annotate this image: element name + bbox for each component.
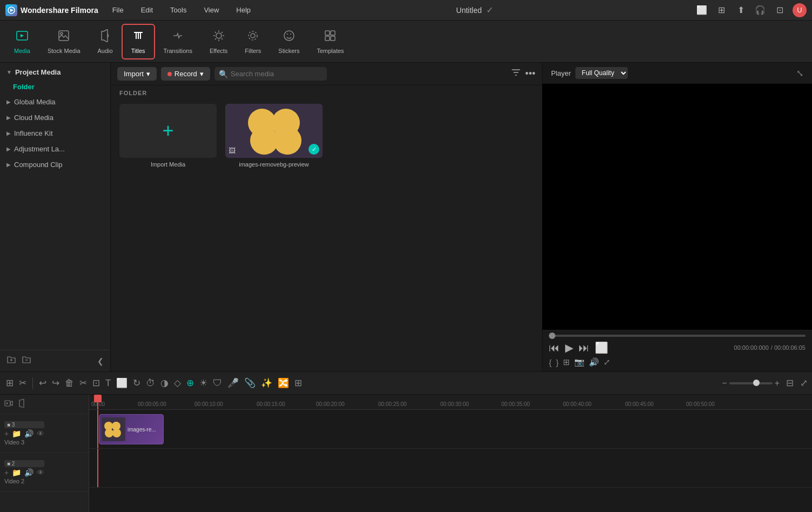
tl-mic-button[interactable]: 🎤 (226, 376, 240, 390)
tl-shield-button[interactable]: 🛡 (211, 376, 224, 390)
tl-zoom-handle[interactable] (753, 380, 760, 386)
quality-select[interactable]: Full Quality 1/2 Quality 1/4 Quality (575, 67, 628, 79)
tl-fit-button[interactable]: ⬜ (115, 376, 129, 390)
media-item-import[interactable]: + Import Media (119, 104, 217, 168)
tl-speed-button[interactable]: ⏱ (144, 376, 157, 390)
menu-file[interactable]: File (109, 5, 127, 15)
tl-rotate-button[interactable]: ↻ (131, 376, 142, 390)
tl-clip-button[interactable]: 📎 (243, 376, 257, 390)
menu-tools[interactable]: Tools (167, 5, 190, 15)
player-mark-out-icon[interactable]: } (556, 358, 559, 367)
player-play-button[interactable]: ▶ (565, 341, 573, 354)
add-folder-icon[interactable] (6, 355, 16, 367)
player-screenshot-icon[interactable]: 📷 (574, 357, 585, 367)
more-options-icon[interactable]: ••• (525, 68, 535, 79)
search-input[interactable] (214, 67, 327, 81)
tl-undo-button[interactable]: ↩ (37, 376, 48, 390)
svg-point-7 (284, 31, 294, 41)
tl-cut-button[interactable]: ✂ (78, 376, 89, 390)
tree-item-compound-clip[interactable]: ▶ Compound Clip (0, 157, 110, 172)
tl-color-button[interactable]: ◑ (159, 376, 170, 390)
record-button[interactable]: Record ▾ (161, 67, 210, 81)
player-prev-frame-button[interactable]: ⏮ (549, 342, 560, 354)
tl-track-add-icon[interactable]: + (4, 429, 9, 438)
player-volume-icon[interactable]: 🔊 (589, 357, 599, 367)
tl-sun-button[interactable]: ☀ (198, 376, 209, 390)
remove-folder-icon[interactable] (22, 355, 31, 367)
import-button[interactable]: Import ▾ (117, 67, 157, 81)
tree-item-adjustment[interactable]: ▶ Adjustment La... (0, 141, 110, 157)
tl-track-folder-icon[interactable]: 📁 (12, 429, 21, 438)
cloud-upload-icon[interactable]: ⬆ (734, 4, 747, 17)
layout-icon[interactable]: ⊡ (773, 4, 786, 17)
toolbar-stock-media[interactable]: Stock Media (39, 25, 89, 58)
svg-rect-8 (325, 31, 330, 35)
toolbar-media[interactable]: Media (5, 25, 39, 58)
folder-active[interactable]: Folder (0, 79, 110, 94)
tl-add-track-row (0, 395, 89, 414)
player-seek-handle[interactable] (549, 333, 555, 339)
tl-select-tool[interactable]: ⊞ (4, 376, 15, 390)
toolbar-effects[interactable]: Effects (201, 25, 236, 58)
tl-add-audio-icon[interactable] (17, 399, 26, 409)
tl-delete-button[interactable]: 🗑 (63, 376, 76, 390)
menu-help[interactable]: Help (233, 5, 254, 15)
player-expand-icon[interactable]: ⤡ (796, 68, 803, 78)
monitor-icon[interactable]: ⬜ (695, 4, 708, 17)
collapse-panel-button[interactable]: ❮ (97, 357, 104, 365)
tl-track-header-video2: ■ 2 + 📁 🔊 👁 Video 2 (0, 453, 89, 492)
tl-pip-button[interactable]: ⊞ (293, 376, 304, 390)
svg-point-5 (251, 34, 255, 38)
tl-keyframe-button[interactable]: ◇ (172, 376, 183, 390)
tl-redo-button[interactable]: ↪ (50, 376, 61, 390)
tl-add-video-icon[interactable] (4, 399, 13, 409)
player-seekbar[interactable] (549, 335, 806, 337)
toolbar-transitions[interactable]: Transitions (155, 25, 201, 58)
player-next-frame-button[interactable]: ⏭ (579, 342, 589, 354)
player-stop-button[interactable]: ⬜ (595, 341, 608, 354)
tl-crop-button[interactable]: ⊡ (91, 376, 102, 390)
tl-ai-button[interactable]: ⊕ (185, 376, 196, 390)
grid-icon[interactable]: ⊞ (715, 4, 728, 17)
tl-track-row-video2[interactable] (89, 449, 812, 488)
tl-track2-eye-icon[interactable]: 👁 (37, 468, 44, 477)
tl-track2-folder-icon[interactable]: 📁 (12, 468, 21, 477)
tl-transition2-button[interactable]: 🔀 (276, 376, 291, 390)
player-fullscreen-icon[interactable]: ⤢ (603, 357, 610, 367)
tl-expand-icon[interactable]: ⤢ (800, 377, 808, 389)
tl-track2-volume-icon[interactable]: 🔊 (24, 468, 33, 477)
toolbar-filters[interactable]: Filters (236, 25, 270, 58)
timeline-area: ⊞ ✂ ↩ ↪ 🗑 ✂ ⊡ T ⬜ ↻ ⏱ ◑ ◇ ⊕ ☀ 🛡 🎤 📎 ✨ 🔀 … (0, 371, 812, 512)
tl-track-volume-icon[interactable]: 🔊 (24, 429, 33, 438)
tree-item-influence-kit[interactable]: ▶ Influence Kit (0, 125, 110, 141)
tl-grid-icon[interactable]: ⊟ (786, 377, 794, 389)
player-current-time: 00:00:00:000 (734, 344, 769, 351)
tl-track2-add-icon[interactable]: + (4, 468, 9, 477)
toolbar-audio[interactable]: Audio (89, 25, 122, 58)
tl-zoom-slider[interactable] (729, 382, 773, 384)
toolbar-titles[interactable]: Titles (122, 24, 155, 59)
menu-view[interactable]: View (200, 5, 222, 15)
filter-icon[interactable] (511, 68, 521, 80)
media-item-image[interactable]: 🖼 ✓ images-removebg-preview (225, 104, 323, 168)
player-mark-in-icon[interactable]: { (549, 358, 552, 367)
tl-track-eye-icon[interactable]: 👁 (37, 429, 44, 438)
toolbar-stickers[interactable]: Stickers (270, 25, 308, 58)
avatar-icon[interactable]: U (793, 3, 807, 17)
tl-text-button[interactable]: T (104, 376, 112, 390)
toolbar-templates[interactable]: Templates (308, 25, 352, 58)
tl-track-row-video3[interactable]: 🖼 images-re... (89, 410, 812, 449)
tree-item-global-media[interactable]: ▶ Global Media (0, 94, 110, 110)
tl-track-info-video3: ■ 3 + 📁 🔊 👁 Video 3 (4, 421, 44, 445)
tl-zoom-in-icon[interactable]: + (775, 378, 780, 388)
player-insert-icon[interactable]: ⊞ (563, 357, 570, 367)
tree-item-cloud-media[interactable]: ▶ Cloud Media (0, 110, 110, 125)
video-clip[interactable]: 🖼 images-re... (99, 414, 164, 444)
menu-edit[interactable]: Edit (138, 5, 156, 15)
import-chevron-icon: ▾ (146, 70, 150, 78)
tl-zoom-out-icon[interactable]: − (722, 378, 727, 388)
tree-item-label: Influence Kit (14, 129, 53, 137)
tl-trim-tool[interactable]: ✂ (17, 376, 28, 390)
headset-icon[interactable]: 🎧 (754, 4, 767, 17)
tl-effects2-button[interactable]: ✨ (259, 376, 274, 390)
